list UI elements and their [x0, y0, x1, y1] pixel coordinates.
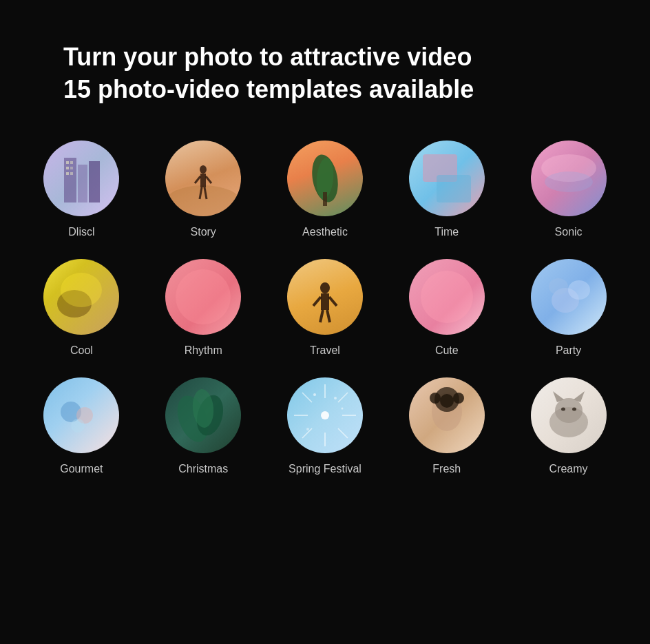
svg-point-60	[453, 393, 464, 404]
template-cute[interactable]: Cute	[392, 259, 501, 357]
svg-point-53	[334, 397, 337, 399]
svg-point-39	[71, 419, 85, 433]
template-cute-label: Cute	[435, 344, 459, 357]
template-gourmet-label: Gourmet	[60, 463, 103, 475]
svg-point-11	[200, 165, 207, 174]
template-christmas[interactable]: Christmas	[149, 377, 258, 475]
template-party-label: Party	[556, 344, 581, 357]
template-fresh-circle	[409, 377, 485, 453]
svg-point-65	[561, 407, 565, 411]
page-header: Turn your photo to attractive video 15 p…	[63, 41, 587, 106]
svg-point-62	[555, 398, 583, 423]
template-party-circle	[531, 259, 607, 335]
svg-rect-28	[321, 293, 329, 310]
svg-point-36	[549, 278, 568, 295]
svg-point-58	[440, 394, 454, 408]
svg-rect-1	[64, 158, 76, 202]
template-christmas-label: Christmas	[178, 463, 228, 475]
svg-rect-6	[66, 167, 69, 169]
template-story-label: Story	[191, 226, 216, 238]
svg-rect-12	[200, 174, 206, 187]
svg-point-55	[306, 428, 309, 430]
template-sonic-label: Sonic	[555, 226, 583, 238]
svg-rect-2	[78, 165, 87, 202]
template-spring[interactable]: Spring Festival	[271, 377, 379, 475]
template-aesthetic[interactable]: Aesthetic	[271, 141, 379, 238]
template-creamy-label: Creamy	[549, 463, 588, 475]
svg-line-49	[338, 428, 348, 438]
svg-line-50	[338, 393, 348, 402]
svg-line-30	[329, 297, 337, 306]
template-sonic[interactable]: Sonic	[514, 141, 622, 238]
svg-point-54	[341, 407, 343, 409]
template-aesthetic-circle	[287, 141, 363, 216]
svg-rect-7	[70, 167, 73, 169]
svg-line-29	[313, 297, 321, 306]
svg-rect-4	[66, 161, 69, 164]
page-title: Turn your photo to attractive video 15 p…	[63, 41, 587, 106]
template-travel-label: Travel	[310, 344, 340, 357]
template-rhythm[interactable]: Rhythm	[149, 259, 258, 357]
template-story-circle	[165, 141, 241, 216]
template-rhythm-label: Rhythm	[185, 344, 222, 357]
svg-point-27	[320, 282, 330, 293]
template-party[interactable]: Party	[514, 259, 622, 357]
template-creamy[interactable]: Creamy	[514, 377, 622, 475]
template-discl-label: Dliscl	[68, 226, 94, 238]
template-time[interactable]: Time	[392, 141, 501, 238]
templates-grid: Dliscl Story	[28, 141, 622, 475]
template-cool[interactable]: Cool	[28, 259, 136, 357]
svg-rect-8	[66, 172, 69, 175]
svg-point-52	[313, 393, 316, 396]
template-gourmet[interactable]: Gourmet	[28, 377, 136, 475]
template-cool-circle	[43, 259, 119, 335]
template-spring-circle	[287, 377, 363, 453]
svg-line-13	[195, 176, 200, 183]
template-gourmet-circle	[43, 377, 119, 453]
svg-point-10	[165, 185, 241, 216]
svg-line-32	[327, 310, 330, 322]
svg-rect-5	[70, 161, 73, 164]
template-cool-label: Cool	[70, 344, 93, 357]
template-time-circle	[409, 141, 485, 216]
template-fresh[interactable]: Fresh	[392, 377, 501, 475]
template-christmas-circle	[165, 377, 241, 453]
template-rhythm-circle	[165, 259, 241, 335]
svg-line-31	[320, 310, 323, 322]
template-creamy-circle	[531, 377, 607, 453]
template-travel[interactable]: Travel	[271, 259, 379, 357]
svg-point-25	[61, 273, 102, 307]
template-story[interactable]: Story	[149, 141, 258, 238]
svg-rect-9	[70, 172, 73, 175]
template-fresh-label: Fresh	[432, 463, 461, 475]
template-discl[interactable]: Dliscl	[28, 141, 136, 238]
template-time-label: Time	[434, 226, 459, 238]
svg-line-48	[302, 393, 312, 402]
svg-point-23	[545, 172, 593, 192]
svg-rect-19	[323, 192, 327, 206]
svg-rect-21	[437, 175, 471, 202]
svg-line-14	[206, 176, 211, 183]
template-sonic-circle	[531, 141, 607, 216]
svg-point-26	[176, 269, 231, 324]
svg-rect-3	[89, 161, 100, 202]
svg-point-35	[568, 280, 590, 300]
template-discl-circle	[43, 141, 119, 216]
svg-point-33	[421, 271, 473, 323]
svg-point-66	[572, 407, 576, 411]
template-aesthetic-label: Aesthetic	[302, 226, 348, 238]
template-travel-circle	[287, 259, 363, 335]
svg-point-43	[321, 411, 329, 419]
template-spring-label: Spring Festival	[289, 463, 361, 475]
svg-point-59	[430, 393, 441, 404]
template-cute-circle	[409, 259, 485, 335]
